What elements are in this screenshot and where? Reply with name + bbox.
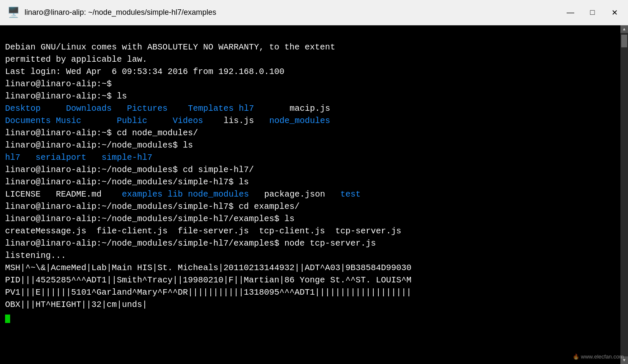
hl7-dir: hl7	[239, 104, 254, 113]
window-controls: — □ ✕	[564, 6, 621, 19]
music-dir: Music	[56, 116, 81, 126]
cursor	[5, 315, 10, 323]
serialport-module: serialport	[36, 153, 86, 162]
line-cd-simple: linaro@linaro-alip:~/node_modules$ cd si…	[5, 165, 254, 187]
ls-simple-hl7: LICENSE README.md examples lib node_modu…	[5, 189, 361, 199]
terminal-area: Debian GNU/Linux comes with ABSOLUTELY N…	[0, 25, 628, 364]
desktop-dir: Desktop	[5, 104, 41, 113]
lib-dir: lib	[168, 189, 183, 199]
public-dir: Public	[117, 116, 147, 126]
minimize-button[interactable]: —	[564, 6, 577, 19]
hl7-module: hl7	[5, 153, 20, 162]
ls-row2: Documents Music Public Videos lis.js nod…	[5, 116, 330, 126]
videos-dir: Videos	[173, 116, 203, 126]
node-modules-dir: node_modules	[269, 116, 330, 126]
scrollbar-track[interactable]	[620, 33, 628, 356]
line-warranty: Debian GNU/Linux comes with ABSOLUTELY N…	[5, 42, 335, 101]
node-modules-dir2: node_modules	[188, 189, 249, 199]
titlebar: 🖥️ linaro@linaro-alip: ~/node_modules/si…	[0, 0, 628, 25]
ls-modules: hl7 serialport simple-hl7	[5, 153, 152, 162]
line-cd-examples: linaro@linaro-alip:~/node_modules/simple…	[5, 202, 411, 309]
pictures-dir: Pictures	[127, 104, 168, 113]
watermark-icon: 🔥	[573, 353, 579, 360]
ls-row1: Desktop Downloads Pictures Templates hl7…	[5, 104, 330, 113]
templates-dir: Templates	[188, 104, 234, 113]
terminal-wrapper: Debian GNU/Linux comes with ABSOLUTELY N…	[0, 25, 628, 364]
terminal-window: 🖥️ linaro@linaro-alip: ~/node_modules/si…	[0, 0, 628, 364]
maximize-button[interactable]: □	[586, 6, 599, 19]
close-button[interactable]: ✕	[608, 6, 621, 19]
scrollbar[interactable]: ▲ ▼	[620, 25, 628, 364]
examples-dir: examples	[122, 189, 163, 199]
downloads-dir: Downloads	[66, 104, 112, 113]
scroll-up-button[interactable]: ▲	[620, 25, 628, 33]
window-title: linaro@linaro-alip: ~/node_modules/simpl…	[25, 8, 564, 17]
terminal-content[interactable]: Debian GNU/Linux comes with ABSOLUTELY N…	[0, 25, 620, 364]
simple-hl7-module: simple-hl7	[102, 153, 152, 162]
documents-dir: Documents	[5, 116, 51, 126]
watermark: 🔥 www.elecfan.com	[573, 353, 624, 360]
test-dir: test	[340, 189, 361, 199]
scrollbar-thumb[interactable]	[621, 35, 627, 47]
watermark-text: www.elecfan.com	[581, 353, 624, 360]
line-cd-node: linaro@linaro-alip:~$ cd node_modules/ l…	[5, 128, 198, 150]
window-icon: 🖥️	[7, 6, 20, 19]
